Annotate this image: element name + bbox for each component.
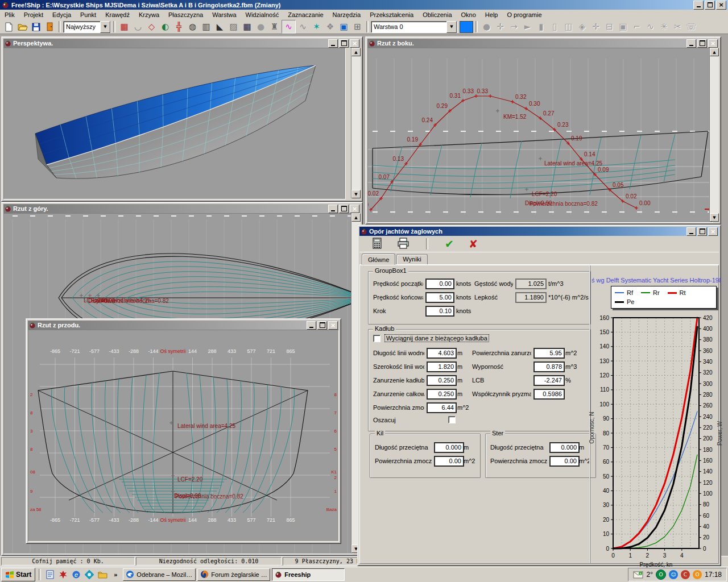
front-viewport[interactable]: -865-721-577-433-288-144Oś symetrii14428…	[28, 330, 339, 542]
menu-help[interactable]: Help	[481, 10, 503, 19]
quicklaunch-paint-icon[interactable]	[57, 569, 69, 580]
menu-edycja[interactable]: Edycja	[48, 10, 76, 19]
blob-icon[interactable]: ●	[254, 20, 267, 33]
burst-icon[interactable]: ✳	[657, 20, 671, 33]
menu-widzialno[interactable]: Widzialność	[241, 10, 284, 19]
field-d-ugo-przeci-tna[interactable]: 0.000	[549, 442, 580, 453]
curve-j-icon[interactable]: ∿	[644, 20, 657, 33]
menu-zaznaczanie[interactable]: Zaznaczanie	[283, 10, 328, 19]
menu-przekszta-cenia[interactable]: Przekształcenia	[365, 10, 418, 19]
field-lcb[interactable]: -2.247	[533, 375, 565, 386]
minimize-button[interactable]	[686, 227, 696, 236]
menu-okno[interactable]: Okno	[457, 10, 481, 19]
tab-glowne[interactable]: Główne	[362, 253, 395, 265]
maximize-button[interactable]	[697, 227, 707, 236]
scroll-up-icon[interactable]: ▲	[710, 48, 719, 56]
field-powierzchnia-zmoczona[interactable]: 0.00	[434, 456, 464, 467]
minimize-button[interactable]	[307, 321, 316, 330]
crane-icon[interactable]: ♜	[268, 20, 281, 33]
field-powierzchnia-zmoczona[interactable]: 6.44	[427, 402, 457, 413]
scroll-up-icon[interactable]: ▲	[351, 213, 361, 222]
taskbar-task-forum-eglarskie-odpo[interactable]: Forum żeglarskie • Odpo...	[197, 568, 270, 581]
field-wsp-czynnik-pryzmatyczny[interactable]: 0.5986	[533, 389, 565, 400]
field-g-sto-wody[interactable]: 1.025	[515, 278, 547, 289]
table-icon[interactable]: ▥	[200, 20, 213, 33]
taskbar-task-odebrane-mozilla-thun[interactable]: Odebrane – Mozilla Thun...	[123, 568, 196, 581]
curve-magenta-icon[interactable]: ∿	[282, 20, 296, 34]
flow-line-icon[interactable]: →	[507, 20, 520, 33]
globe-icon[interactable]: ◍	[186, 20, 199, 33]
field-wyporno[interactable]: 0.878	[533, 361, 565, 372]
split-box-icon[interactable]: ⊟	[603, 20, 616, 33]
maximize-button[interactable]	[339, 39, 349, 48]
ok-check-icon[interactable]: ✔	[445, 238, 454, 250]
pencil-diamond-icon[interactable]: ◈	[576, 20, 589, 33]
hammer-icon[interactable]: ⌐	[630, 20, 643, 33]
field-d-ugo-przeci-tna[interactable]: 0.000	[434, 442, 464, 453]
box-icon[interactable]: ▣	[617, 20, 630, 33]
quicklaunch-folder-icon[interactable]	[97, 569, 108, 580]
menu-punkt[interactable]: Punkt	[76, 10, 101, 19]
field-powierzchnia-zanurzona[interactable]: 5.95	[533, 348, 565, 359]
tab-wyniki[interactable]: Wyniki	[396, 254, 427, 264]
close-button[interactable]: ×	[708, 227, 718, 236]
quicklaunch-document-icon[interactable]	[44, 569, 56, 580]
start-button[interactable]: Start	[1, 568, 35, 581]
new-file-icon[interactable]	[2, 20, 15, 33]
fan-icon[interactable]: ◣	[213, 20, 226, 33]
anchor-icon[interactable]: ✛	[589, 20, 602, 33]
minimize-button[interactable]	[686, 39, 696, 48]
mini-grid-icon[interactable]: ⊞	[351, 20, 364, 33]
open-file-icon[interactable]	[16, 20, 29, 33]
maximize-button[interactable]	[339, 205, 349, 213]
cancel-x-icon[interactable]: ✘	[469, 238, 478, 250]
exit-door-icon[interactable]	[43, 20, 56, 33]
field-krok[interactable]: 0.10	[425, 306, 454, 317]
minimize-button[interactable]	[693, 1, 704, 10]
restore-button[interactable]	[705, 1, 715, 10]
minimize-button[interactable]	[328, 39, 338, 48]
scissors-icon[interactable]: ✂	[671, 20, 684, 33]
menu-narz-dzia[interactable]: Narzędzia	[328, 10, 366, 19]
layer-combobox[interactable]: Warstwa 0▼	[371, 21, 457, 33]
calculate-button[interactable]	[372, 238, 382, 250]
sphere-icon[interactable]: ◐	[159, 20, 172, 33]
hydrostatics-icon[interactable]: ✶	[310, 20, 323, 33]
menu-plik[interactable]: Plik	[0, 10, 19, 19]
control-net-icon[interactable]: ▦	[118, 20, 131, 33]
phone-column-icon[interactable]: ☏	[685, 20, 698, 33]
perspective-viewport[interactable]	[3, 48, 346, 199]
curve-icon[interactable]: ∿	[296, 20, 309, 33]
close-button[interactable]: ×	[716, 1, 726, 10]
side-viewport[interactable]: 0.000.020.070.130.190.240.290.310.330.33…	[367, 48, 713, 223]
dropdown-arrow-icon[interactable]: ▼	[446, 21, 457, 33]
menu-projekt[interactable]: Projekt	[19, 10, 48, 19]
mesh-icon[interactable]: ▨	[227, 20, 240, 33]
arrow-icon[interactable]: ►	[521, 20, 534, 33]
calculator-icon[interactable]: ▦	[241, 20, 254, 33]
print-button[interactable]	[397, 238, 410, 250]
move-point-icon[interactable]: ✛	[494, 20, 507, 33]
close-button[interactable]: ×	[350, 205, 359, 213]
precision-combobox[interactable]: Najwyższy▼	[63, 21, 111, 33]
close-button[interactable]: ×	[350, 39, 359, 48]
minimize-button[interactable]	[328, 205, 338, 213]
menu-o-programie[interactable]: O programie	[502, 10, 546, 19]
extract-hull-checkbox[interactable]	[373, 335, 380, 342]
maximize-button[interactable]	[317, 321, 327, 330]
lock-points-icon[interactable]: ◫	[562, 20, 575, 33]
check-diamond-icon[interactable]: ◇	[145, 20, 158, 33]
layers-icon[interactable]: ❖	[324, 20, 337, 33]
menu-kraw-d[interactable]: Krawędź	[101, 10, 134, 19]
close-button[interactable]: ×	[708, 39, 718, 48]
layer-color-swatch[interactable]	[460, 21, 473, 33]
lock-icon[interactable]: ▮	[535, 20, 548, 33]
spoon-icon[interactable]: ◡	[131, 20, 144, 33]
grid-hash-icon[interactable]: ╬	[172, 20, 185, 33]
save-icon[interactable]	[30, 20, 43, 33]
boat-box-icon[interactable]: ▣	[337, 20, 350, 33]
scroll-down-icon[interactable]: ▼	[351, 190, 361, 198]
menu-krzywa[interactable]: Krzywa	[134, 10, 164, 19]
taskbar-task-freeship[interactable]: Freeship	[272, 568, 345, 581]
close-button[interactable]: ×	[328, 321, 338, 330]
